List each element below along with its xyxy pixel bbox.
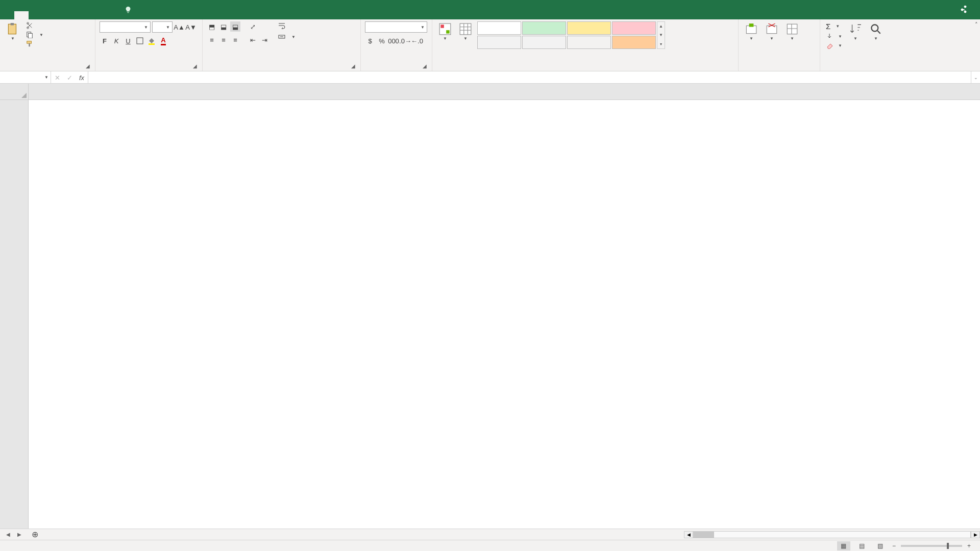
page-break-view-icon[interactable]: ▧	[874, 541, 887, 550]
orientation-icon[interactable]: ⤢	[248, 21, 258, 32]
fill-button[interactable]: ▼	[824, 32, 844, 40]
copy-button[interactable]: ▼	[24, 31, 45, 39]
tab-start[interactable]	[14, 11, 29, 19]
decrease-font-icon[interactable]: A▼	[186, 22, 196, 32]
autosum-button[interactable]: Σ▼	[824, 21, 844, 31]
tell-me-search[interactable]	[125, 0, 950, 19]
zoom-slider[interactable]	[901, 545, 962, 547]
paste-button[interactable]: ▼	[4, 21, 21, 42]
zoom-in-button[interactable]: +	[967, 542, 971, 549]
align-center-icon[interactable]: ≡	[218, 35, 229, 45]
worksheet-grid[interactable]	[0, 84, 980, 529]
align-left-icon[interactable]: ≡	[207, 35, 217, 45]
font-launcher[interactable]: ◢	[193, 63, 197, 69]
fx-icon[interactable]: fx	[76, 71, 88, 84]
svg-rect-14	[460, 23, 471, 35]
share-icon	[960, 6, 968, 14]
percent-icon[interactable]: %	[377, 36, 387, 46]
style-gut[interactable]	[522, 21, 566, 35]
svg-rect-9	[149, 43, 155, 45]
svg-rect-16	[749, 23, 754, 27]
merge-icon	[278, 33, 285, 40]
expand-formula-bar[interactable]: ⌄	[971, 71, 980, 83]
clipboard-launcher[interactable]: ◢	[86, 63, 90, 69]
tab-daten[interactable]	[71, 11, 86, 19]
svg-rect-7	[29, 43, 30, 46]
scissors-icon	[26, 22, 33, 29]
sheet-nav-arrows[interactable]: ◀▶	[0, 529, 28, 540]
italic-button[interactable]: K	[111, 36, 121, 46]
enter-formula-icon[interactable]: ✓	[63, 71, 76, 84]
align-bottom-icon[interactable]: ⬓	[230, 21, 240, 32]
align-middle-icon[interactable]: ⬓	[218, 21, 229, 32]
style-berechnung[interactable]	[522, 36, 566, 49]
align-right-icon[interactable]: ≡	[230, 35, 240, 45]
select-all-triangle[interactable]	[0, 84, 29, 100]
sort-filter-button[interactable]: ▼	[847, 21, 864, 42]
indent-decrease-icon[interactable]: ⇤	[248, 35, 258, 45]
svg-rect-15	[746, 26, 756, 34]
name-box[interactable]: ▼	[0, 71, 51, 83]
tab-datei[interactable]	[0, 11, 14, 19]
svg-rect-0	[8, 24, 16, 34]
tab-ansicht[interactable]	[100, 11, 114, 19]
comma-icon[interactable]: 000	[388, 36, 399, 46]
find-select-button[interactable]: ▼	[867, 21, 885, 42]
tab-formeln[interactable]	[57, 11, 71, 19]
format-cells-button[interactable]: ▼	[783, 21, 801, 42]
cell-styles-gallery[interactable]	[477, 21, 656, 49]
indent-increase-icon[interactable]: ⇥	[259, 35, 270, 45]
increase-font-icon[interactable]: A▲	[174, 22, 184, 32]
format-painter-button[interactable]	[24, 40, 45, 48]
cut-button[interactable]	[24, 21, 45, 30]
group-cells: ▼ ▼ ▼	[739, 19, 820, 71]
insert-cells-button[interactable]: ▼	[743, 21, 760, 42]
style-besuchter[interactable]	[567, 36, 611, 49]
bold-button[interactable]: F	[100, 36, 110, 46]
tab-ueberpruefen[interactable]	[86, 11, 100, 19]
svg-rect-8	[137, 38, 143, 44]
number-launcher[interactable]: ◢	[423, 63, 427, 69]
merge-center-button[interactable]: ▼	[277, 33, 297, 41]
format-as-table-button[interactable]: ▼	[457, 21, 474, 42]
style-eingabe[interactable]	[612, 36, 656, 49]
collapse-ribbon-icon[interactable]: ˄	[975, 21, 978, 28]
zoom-out-button[interactable]: −	[892, 542, 896, 549]
add-sheet-button[interactable]: ⊕	[28, 529, 42, 540]
svg-point-19	[871, 24, 878, 31]
page-layout-view-icon[interactable]: ▤	[855, 541, 869, 550]
increase-decimal-icon[interactable]: .0→	[400, 36, 410, 46]
style-neutral[interactable]	[567, 21, 611, 35]
svg-rect-18	[787, 24, 797, 34]
font-color-button[interactable]: A	[158, 36, 168, 46]
underline-button[interactable]: U	[123, 36, 133, 46]
conditional-formatting-button[interactable]: ▼	[436, 21, 454, 42]
currency-icon[interactable]: $	[365, 36, 375, 46]
style-gallery-scroll[interactable]: ▲▼▾	[657, 21, 665, 49]
normal-view-icon[interactable]: ▦	[837, 541, 850, 550]
align-top-icon[interactable]: ⬒	[207, 21, 217, 32]
number-format-dropdown[interactable]: ▼	[365, 21, 427, 33]
bucket-icon	[148, 37, 156, 45]
style-ausgabe[interactable]	[477, 36, 521, 49]
wrap-text-button[interactable]	[277, 21, 297, 30]
fill-color-button[interactable]	[146, 36, 157, 46]
delete-cells-button[interactable]: ▼	[763, 21, 780, 42]
alignment-launcher[interactable]: ◢	[351, 63, 355, 69]
font-name-dropdown[interactable]: ▼	[100, 21, 151, 33]
decrease-decimal-icon[interactable]: ←.0	[412, 36, 422, 46]
cancel-formula-icon[interactable]: ✕	[51, 71, 63, 84]
style-schlecht[interactable]	[612, 21, 656, 35]
horizontal-scrollbar[interactable]: ◀ ▶	[684, 529, 980, 540]
font-size-dropdown[interactable]: ▼	[152, 21, 173, 33]
formula-input[interactable]	[88, 71, 971, 83]
tab-einfuegen[interactable]	[29, 11, 43, 19]
share-button[interactable]	[950, 0, 980, 19]
border-button[interactable]	[135, 36, 145, 46]
paste-icon	[6, 22, 19, 36]
clear-button[interactable]: ▼	[824, 41, 844, 49]
eraser-icon	[826, 42, 833, 49]
tab-seitenlayout[interactable]	[43, 11, 57, 19]
svg-rect-13	[446, 30, 450, 33]
style-standard[interactable]	[477, 21, 521, 35]
